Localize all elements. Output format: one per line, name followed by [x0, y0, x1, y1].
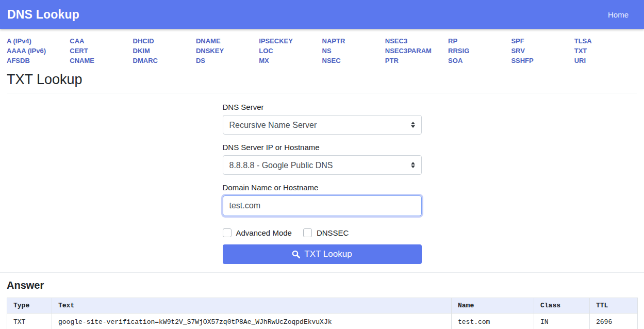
- nav-column: NAPTR NS NSEC: [322, 36, 385, 65]
- nav-link-aaaa-ipv6[interactable]: AAAA (IPv6): [7, 46, 70, 56]
- dns-server-select[interactable]: Recursive Name Server: [223, 115, 422, 135]
- txt-lookup-button-label: TXT Lookup: [304, 249, 352, 259]
- nav-link-txt[interactable]: TXT: [574, 46, 637, 56]
- nav-link-soa[interactable]: SOA: [448, 56, 511, 65]
- answer-section: Answer Type Text Name Class TTL TXT goog…: [0, 272, 644, 329]
- dnssec-option[interactable]: DNSSEC: [303, 228, 349, 237]
- nav-link-loc[interactable]: LOC: [259, 46, 322, 56]
- domain-input[interactable]: [223, 195, 422, 216]
- record-type-nav: A (IPv4) AAAA (IPv6) AFSDB CAA CERT CNAM…: [0, 29, 644, 69]
- nav-column: IPSECKEY LOC MX: [259, 36, 322, 65]
- header-bar: DNS Lookup Home: [0, 0, 644, 29]
- lookup-form: DNS Server Recursive Name Server DNS Ser…: [223, 103, 422, 264]
- nav-link-caa[interactable]: CAA: [70, 36, 133, 46]
- home-link[interactable]: Home: [608, 10, 629, 19]
- nav-column: SPF SRV SSHFP: [511, 36, 574, 65]
- nav-link-uri[interactable]: URI: [574, 56, 637, 65]
- nav-column: NSEC3 NSEC3PARAM PTR: [385, 36, 448, 65]
- nav-link-ns[interactable]: NS: [322, 46, 385, 56]
- page-title: TXT Lookup: [7, 72, 637, 88]
- nav-link-cert[interactable]: CERT: [70, 46, 133, 56]
- answer-table: Type Text Name Class TTL TXT google-site…: [7, 298, 638, 329]
- nav-link-dnskey[interactable]: DNSKEY: [196, 46, 259, 56]
- record-class-cell: IN: [534, 314, 590, 329]
- nav-column: RP RRSIG SOA: [448, 36, 511, 65]
- nav-link-tlsa[interactable]: TLSA: [574, 36, 637, 46]
- options-row: Advanced Mode DNSSEC: [223, 228, 422, 237]
- nav-link-dhcid[interactable]: DHCID: [133, 36, 196, 46]
- record-type-cell: TXT: [7, 314, 52, 329]
- search-icon: [292, 250, 300, 258]
- nav-link-srv[interactable]: SRV: [511, 46, 574, 56]
- title-divider: [7, 93, 637, 93]
- column-header-text: Text: [52, 298, 452, 314]
- domain-label: Domain Name or Hostname: [223, 183, 422, 192]
- column-header-class: Class: [534, 298, 590, 314]
- advanced-mode-checkbox[interactable]: [223, 228, 232, 237]
- record-name-cell: test.com: [452, 314, 534, 329]
- column-header-name: Name: [452, 298, 534, 314]
- nav-column: DHCID DKIM DMARC: [133, 36, 196, 65]
- table-row: TXT google-site-verification=kW9t2V_S7Wj…: [7, 314, 638, 329]
- nav-link-cname[interactable]: CNAME: [70, 56, 133, 65]
- nav-link-nsec[interactable]: NSEC: [322, 56, 385, 65]
- nav-link-rrsig[interactable]: RRSIG: [448, 46, 511, 56]
- nav-link-nsec3param[interactable]: NSEC3PARAM: [385, 46, 448, 56]
- nav-link-ds[interactable]: DS: [196, 56, 259, 65]
- nav-link-ptr[interactable]: PTR: [385, 56, 448, 65]
- nav-link-a-ipv4[interactable]: A (IPv4): [7, 36, 70, 46]
- answer-table-header-row: Type Text Name Class TTL: [7, 298, 638, 314]
- dnssec-label: DNSSEC: [317, 228, 349, 237]
- nav-link-spf[interactable]: SPF: [511, 36, 574, 46]
- nav-column: DNAME DNSKEY DS: [196, 36, 259, 65]
- column-header-type: Type: [7, 298, 52, 314]
- nav-column: A (IPv4) AAAA (IPv6) AFSDB: [7, 36, 70, 65]
- nav-link-naptr[interactable]: NAPTR: [322, 36, 385, 46]
- nav-link-rp[interactable]: RP: [448, 36, 511, 46]
- dns-server-label: DNS Server: [223, 103, 422, 111]
- txt-lookup-button[interactable]: TXT Lookup: [223, 244, 422, 264]
- nav-link-dmarc[interactable]: DMARC: [133, 56, 196, 65]
- advanced-mode-label: Advanced Mode: [236, 228, 292, 237]
- dnssec-checkbox[interactable]: [303, 228, 312, 237]
- nav-link-sshfp[interactable]: SSHFP: [511, 56, 574, 65]
- advanced-mode-option[interactable]: Advanced Mode: [223, 228, 292, 237]
- column-header-ttl: TTL: [590, 298, 638, 314]
- record-text-cell: google-site-verification=kW9t2V_S7WjOX57…: [52, 314, 452, 329]
- record-ttl-cell: 2696: [590, 314, 638, 329]
- nav-link-nsec3[interactable]: NSEC3: [385, 36, 448, 46]
- nav-link-dkim[interactable]: DKIM: [133, 46, 196, 56]
- nav-link-afsdb[interactable]: AFSDB: [7, 56, 70, 65]
- nav-column: CAA CERT CNAME: [70, 36, 133, 65]
- app-title[interactable]: DNS Lookup: [7, 8, 79, 22]
- nav-link-mx[interactable]: MX: [259, 56, 322, 65]
- answer-title: Answer: [7, 279, 637, 291]
- nav-column: TLSA TXT URI: [574, 36, 637, 65]
- dns-server-select-wrap: Recursive Name Server: [223, 115, 422, 135]
- dns-server-ip-label: DNS Server IP or Hostname: [223, 143, 422, 152]
- dns-server-ip-select[interactable]: 8.8.8.8 - Google Public DNS: [223, 155, 422, 175]
- dns-server-ip-select-wrap: 8.8.8.8 - Google Public DNS: [223, 155, 422, 175]
- nav-link-dname[interactable]: DNAME: [196, 36, 259, 46]
- nav-link-ipseckey[interactable]: IPSECKEY: [259, 36, 322, 46]
